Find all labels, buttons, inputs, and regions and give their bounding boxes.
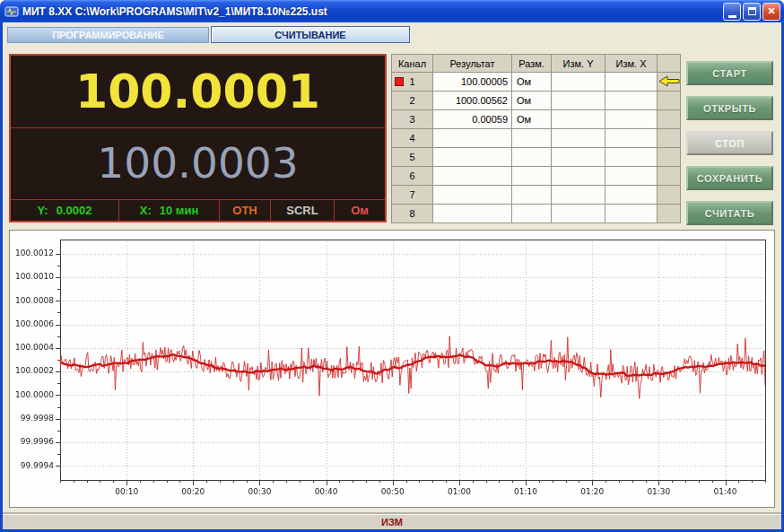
izm-y-cell[interactable] — [552, 129, 605, 148]
statusbar: ИЗМ — [3, 514, 781, 529]
result-cell[interactable] — [433, 148, 512, 167]
channel-cell[interactable]: 3 — [392, 110, 433, 129]
table-row[interactable]: 4 — [392, 129, 681, 148]
minimize-button[interactable] — [723, 3, 741, 21]
izm-x-cell[interactable] — [605, 186, 658, 205]
izm-y-cell[interactable] — [552, 205, 605, 223]
izm-y-cell[interactable] — [552, 148, 605, 167]
izm-y-cell[interactable] — [552, 92, 605, 110]
maximize-icon — [748, 7, 756, 15]
izm-x-cell[interactable] — [605, 167, 658, 186]
maximize-button[interactable] — [743, 3, 761, 21]
izm-y-cell[interactable] — [552, 73, 605, 92]
unit-cell[interactable] — [512, 186, 552, 205]
unit-cell[interactable] — [512, 167, 552, 186]
result-cell[interactable]: 100.00005 — [433, 73, 512, 92]
result-cell[interactable] — [433, 205, 512, 223]
table-row[interactable]: 2 1000.00562 Ом — [392, 92, 681, 110]
current-marker-cell — [658, 129, 681, 148]
channel-cell[interactable]: 6 — [392, 167, 433, 186]
app-icon — [4, 4, 19, 19]
start-button[interactable]: СТАРТ — [686, 61, 773, 85]
relative-mode-indicator[interactable]: ОТН — [220, 200, 271, 221]
stop-button[interactable]: СТОП — [686, 131, 773, 155]
tab-reading[interactable]: СЧИТЫВАНИЕ — [211, 26, 410, 43]
unit-indicator[interactable]: Ом — [335, 200, 385, 221]
read-button[interactable]: СЧИТАТЬ — [686, 201, 773, 225]
channel-cell[interactable]: 7 — [392, 186, 433, 205]
channel-cell[interactable]: 4 — [392, 129, 433, 148]
header-channel: Канал — [392, 55, 433, 73]
header-unit: Разм. — [512, 55, 552, 73]
unit-cell[interactable] — [512, 148, 552, 167]
open-button[interactable]: ОТКРЫТЬ — [686, 96, 773, 120]
izm-y-cell[interactable] — [552, 167, 605, 186]
chart-panel — [9, 230, 775, 508]
display-status-strip: Y:0.0002 X:10 мин ОТН SCRL Ом — [11, 199, 385, 221]
window-title: МИТ 8.XX C:\Work\PROGRAMS\MIT\v2_1\МИТ8.… — [22, 5, 723, 18]
unit-cell[interactable]: Ом — [512, 110, 552, 129]
x-scale-readout: X:10 мин — [119, 200, 220, 221]
unit-cell[interactable]: Ом — [512, 73, 552, 92]
izm-y-cell[interactable] — [552, 110, 605, 129]
current-row-arrow-icon — [658, 75, 680, 87]
scroll-mode-indicator[interactable]: SCRL — [271, 200, 335, 221]
izm-y-cell[interactable] — [552, 186, 605, 205]
secondary-value: 100.0003 — [11, 128, 385, 196]
current-marker-cell — [658, 148, 681, 167]
table-header-row: Канал Результат Разм. Изм. Y Изм. X — [392, 55, 681, 73]
current-marker-cell — [658, 205, 681, 223]
result-cell[interactable] — [433, 129, 512, 148]
chart-canvas — [10, 231, 774, 507]
unit-cell[interactable] — [512, 205, 552, 223]
table-row[interactable]: 6 — [392, 167, 681, 186]
channel-cell[interactable]: 5 — [392, 148, 433, 167]
statusbar-mode: ИЗМ — [381, 517, 403, 528]
channel-cell[interactable]: 8 — [392, 205, 433, 223]
header-izm-x: Изм. X — [605, 55, 658, 73]
izm-x-cell[interactable] — [605, 148, 658, 167]
primary-value: 100.0001 — [11, 56, 385, 128]
result-cell[interactable] — [433, 167, 512, 186]
current-marker-cell — [658, 110, 681, 129]
result-cell[interactable] — [433, 186, 512, 205]
channel-cell[interactable]: 2 — [392, 92, 433, 110]
current-marker-cell — [658, 186, 681, 205]
izm-x-cell[interactable] — [605, 92, 658, 110]
result-cell[interactable]: 1000.00562 — [433, 92, 512, 110]
current-marker-cell — [658, 167, 681, 186]
client-area: ПРОГРАММИРОВАНИЕ СЧИТЫВАНИЕ 100.0001 100… — [3, 22, 781, 529]
header-izm-y: Изм. Y — [552, 55, 605, 73]
table-row[interactable]: 5 — [392, 148, 681, 167]
table-row[interactable]: 1 100.00005 Ом — [392, 73, 681, 92]
header-current — [658, 55, 681, 73]
close-icon: ✕ — [767, 6, 775, 16]
izm-x-cell[interactable] — [605, 73, 658, 92]
app-window: МИТ 8.XX C:\Work\PROGRAMS\MIT\v2_1\МИТ8.… — [0, 0, 784, 532]
unit-cell[interactable] — [512, 129, 552, 148]
save-button[interactable]: СОХРАНИТЬ — [686, 166, 773, 190]
result-cell[interactable]: 0.00059 — [433, 110, 512, 129]
channel-active-indicator[interactable] — [395, 77, 404, 86]
channel-cell[interactable]: 1 — [392, 73, 433, 92]
tab-programming[interactable]: ПРОГРАММИРОВАНИЕ — [7, 27, 209, 43]
titlebar[interactable]: МИТ 8.XX C:\Work\PROGRAMS\MIT\v2_1\МИТ8.… — [0, 0, 784, 22]
close-button[interactable]: ✕ — [762, 3, 780, 21]
izm-x-cell[interactable] — [605, 129, 658, 148]
current-marker-cell — [658, 92, 681, 110]
current-marker-cell — [658, 73, 681, 92]
izm-x-cell[interactable] — [605, 110, 658, 129]
table-row[interactable]: 7 — [392, 186, 681, 205]
izm-x-cell[interactable] — [605, 205, 658, 223]
channel-table: Канал Результат Разм. Изм. Y Изм. X 1 10… — [391, 54, 681, 223]
table-row[interactable]: 3 0.00059 Ом — [392, 110, 681, 129]
y-scale-readout: Y:0.0002 — [11, 200, 119, 221]
unit-cell[interactable]: Ом — [512, 92, 552, 110]
minimize-icon — [728, 15, 736, 18]
table-row[interactable]: 8 — [392, 205, 681, 223]
measurement-display-panel: 100.0001 100.0003 Y:0.0002 X:10 мин ОТН … — [9, 54, 387, 222]
header-result: Результат — [433, 55, 512, 73]
